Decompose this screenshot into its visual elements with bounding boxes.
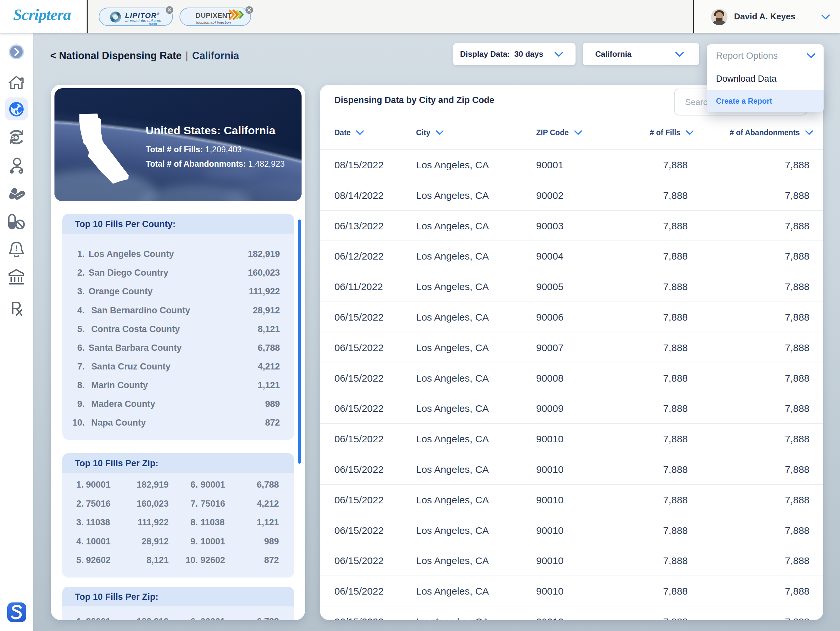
svg-text:24h: 24h xyxy=(12,136,18,139)
